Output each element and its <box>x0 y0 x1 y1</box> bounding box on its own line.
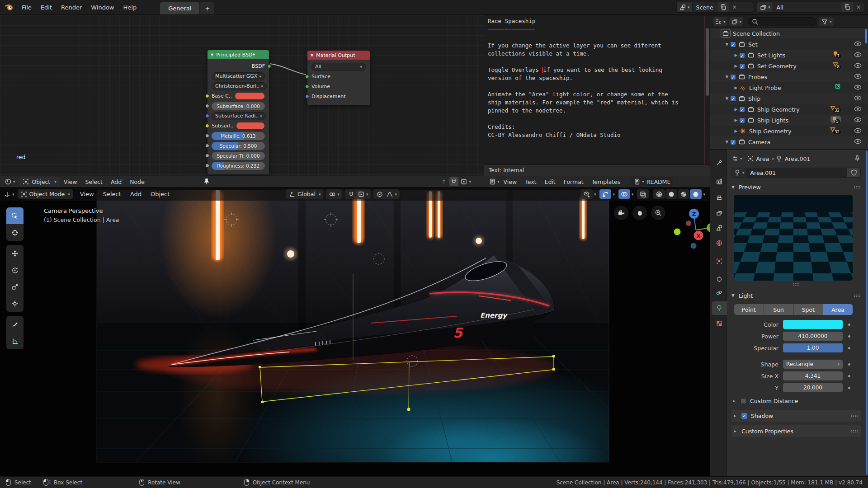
collection-checkbox[interactable]: ✓ <box>730 139 736 145</box>
input-socket[interactable] <box>205 144 209 148</box>
collection-checkbox[interactable]: ✓ <box>739 63 745 69</box>
text-line[interactable] <box>484 33 710 42</box>
text-line[interactable] <box>484 82 710 90</box>
properties-tab-scene[interactable] <box>712 221 727 235</box>
expand-arrow[interactable]: ▶ <box>733 129 739 133</box>
node-input-color[interactable]: Subsurf.. <box>212 122 265 130</box>
node-input-slider[interactable]: Subsurface: 0.000 <box>212 102 265 110</box>
node-dropdown[interactable]: Christensen-Burl..▾ <box>212 82 267 90</box>
shader-type-dropdown[interactable]: Object▾ <box>19 177 60 187</box>
menu-select[interactable]: Select <box>99 191 126 197</box>
fake-user-button[interactable] <box>847 168 861 178</box>
color-field[interactable] <box>783 320 843 329</box>
shader-node-editor[interactable]: ▼ Principled BSDF BSDF Multiscatter GGX▾… <box>0 15 484 187</box>
outliner-row[interactable]: ▼✓Ship <box>710 93 868 104</box>
text-line[interactable]: Toggle Overlays if you want to see the b… <box>484 66 710 74</box>
text-line[interactable]: ============== <box>484 25 710 33</box>
visibility-eye-icon[interactable] <box>854 139 862 144</box>
material-output-node[interactable]: ▼ Material Output All▾ SurfaceVolumeDisp… <box>307 51 370 105</box>
text-line[interactable]: version of the spaceship. <box>484 74 710 82</box>
outliner-item-label[interactable]: Ship Geometry <box>749 128 868 135</box>
view-layer-name[interactable]: All <box>773 4 841 11</box>
visibility-eye-icon[interactable] <box>854 117 862 122</box>
menu-add[interactable]: Add <box>126 191 146 197</box>
snap-controls[interactable]: ▾ <box>345 189 371 199</box>
transform-orientation-dropdown[interactable]: Global▾ <box>286 189 323 199</box>
menu-format[interactable]: Format <box>560 178 588 185</box>
light-panel-header[interactable]: ▼Light <box>731 291 861 300</box>
expand-arrow[interactable]: ▶ <box>733 118 739 122</box>
properties-tab-object[interactable] <box>712 254 727 268</box>
node-input-color[interactable]: Base C.. <box>212 92 265 100</box>
collection-checkbox[interactable]: ✓ <box>730 42 736 47</box>
expand-arrow[interactable]: ▶ <box>733 53 739 57</box>
input-socket[interactable] <box>305 84 309 89</box>
text-line[interactable]: ship materials. For example the "red" ma… <box>484 99 710 107</box>
node-input-dropdown[interactable]: Multiscatter GGX▾ <box>212 72 265 80</box>
input-socket[interactable] <box>205 94 209 98</box>
outliner-row[interactable]: ▼✓Set <box>710 39 868 50</box>
input-socket[interactable] <box>205 114 209 118</box>
text-line[interactable]: collections visible at a time. <box>484 50 710 58</box>
visibility-eye-icon[interactable] <box>854 63 862 68</box>
workspace-add-tab[interactable]: + <box>200 2 214 14</box>
menu-object[interactable]: Object <box>146 191 174 197</box>
text-line[interactable] <box>484 115 710 123</box>
menu-text[interactable]: Text <box>521 178 540 185</box>
keyframe-dot[interactable] <box>848 324 850 326</box>
snap-magnet-toggle[interactable] <box>449 177 458 186</box>
node-input-slider[interactable]: Specular: 0.500 <box>212 141 265 150</box>
mode-dropdown[interactable]: Object Mode▾ <box>18 189 73 199</box>
menu-view[interactable]: View <box>75 191 99 197</box>
properties-editor-icon[interactable] <box>731 155 739 162</box>
properties-tab-physics[interactable] <box>712 286 727 300</box>
input-socket[interactable] <box>305 94 309 99</box>
properties-tab-light-data[interactable] <box>712 301 727 315</box>
collection-checkbox[interactable]: ✓ <box>739 107 745 113</box>
id-name-field[interactable]: Area.001 <box>747 168 847 178</box>
scene-name[interactable]: Scene <box>693 4 717 11</box>
visibility-eye-icon[interactable] <box>854 128 862 133</box>
node-input-slider[interactable]: Metallic: 0.613 <box>212 131 265 140</box>
visibility-eye-icon[interactable] <box>854 74 862 79</box>
outliner-item-label[interactable]: Probes <box>748 74 868 80</box>
node-dropdown[interactable]: Multiscatter GGX▾ <box>212 72 265 80</box>
text-line[interactable]: If you change the active layer you can s… <box>484 42 710 50</box>
menu-node[interactable]: Node <box>126 178 149 185</box>
collection-checkbox[interactable]: ✓ <box>739 117 745 123</box>
expand-arrow[interactable]: ▶ <box>733 107 739 112</box>
text-editor-content[interactable]: Race Spaceship============== If you chan… <box>484 15 710 164</box>
outliner-item-label[interactable]: Camera <box>748 139 868 145</box>
node-slider[interactable]: Subsurface: 0.000 <box>212 102 265 110</box>
properties-scrollbar[interactable] <box>866 150 868 475</box>
properties-tab-constraints[interactable] <box>712 272 727 286</box>
go-parent-node-tree-icon[interactable] <box>440 178 448 185</box>
target-dropdown[interactable]: All▾ <box>311 62 366 71</box>
shading-rendered-button[interactable] <box>690 189 702 199</box>
expand-arrow[interactable]: ▼ <box>724 42 730 47</box>
node-header[interactable]: ▼ Material Output <box>307 51 370 60</box>
node-slider[interactable]: Specular: 0.500 <box>212 142 265 150</box>
properties-tab-output[interactable] <box>712 191 727 205</box>
keyframe-dot[interactable] <box>848 375 850 377</box>
visibility-eye-icon[interactable] <box>854 52 862 57</box>
input-socket[interactable] <box>205 164 209 168</box>
power-field[interactable]: 410.00000 <box>783 332 843 341</box>
node-input-dropdown[interactable]: Subsurface Radi..▾ <box>212 112 265 120</box>
outliner-row[interactable]: ▶Light Probe <box>710 82 868 93</box>
keyframe-dot[interactable] <box>848 347 850 349</box>
outliner-row[interactable]: ▼✓Camera <box>710 136 868 147</box>
outliner-item-label[interactable]: Light Probe <box>749 84 868 91</box>
outliner-item-label[interactable]: Scene Collection <box>733 30 868 37</box>
shadow-checkbox[interactable]: ✓ <box>741 413 747 419</box>
panel-grip[interactable] <box>851 430 858 433</box>
text-line[interactable]: Animate the "Area" light color, or chang… <box>484 90 710 99</box>
input-socket[interactable] <box>205 124 209 128</box>
xray-toggle[interactable] <box>637 189 649 199</box>
camera-view-button[interactable] <box>614 206 628 220</box>
custom-properties-panel-header[interactable]: ▸Custom Properties <box>731 425 861 437</box>
visibility-eye-icon[interactable] <box>854 41 862 47</box>
input-socket[interactable] <box>205 134 209 138</box>
node-input-slider[interactable]: Roughness: 0.232 <box>212 161 265 170</box>
blender-logo-icon[interactable] <box>5 3 14 12</box>
